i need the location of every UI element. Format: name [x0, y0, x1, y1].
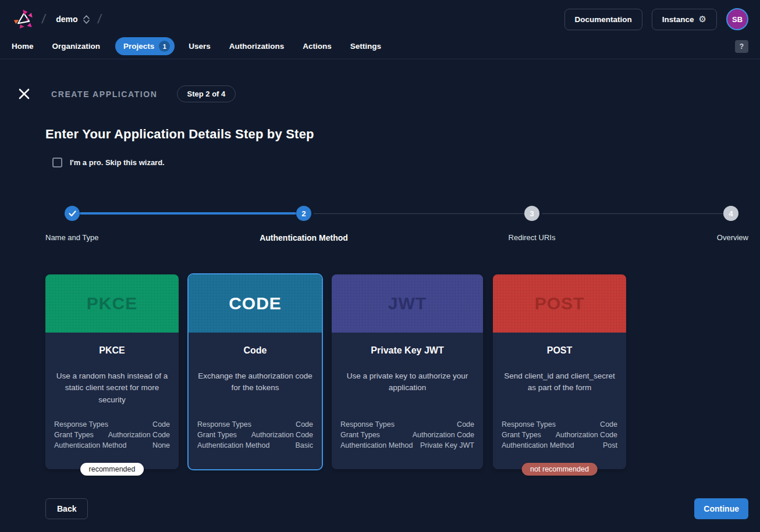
documentation-label: Documentation: [575, 15, 632, 24]
instance-button[interactable]: Instance ⚙: [652, 9, 717, 30]
card-title: Code: [189, 345, 322, 356]
close-icon[interactable]: [16, 87, 31, 102]
nav-item-organization[interactable]: Organization: [52, 42, 101, 51]
card-description: Exchange the authorization code for the …: [197, 370, 314, 394]
auth-method-card-code[interactable]: CODE Code Exchange the authorization cod…: [189, 274, 322, 469]
step-2-label[interactable]: Authentication Method: [260, 233, 348, 242]
wizard-title: CREATE APPLICATION: [51, 90, 158, 99]
card-description: Use a private key to authorize your appl…: [340, 370, 475, 394]
documentation-button[interactable]: Documentation: [564, 9, 642, 30]
projects-count-badge: 1: [159, 41, 170, 52]
main-nav: Home Organization Projects 1 Users Autho…: [0, 38, 760, 59]
auth-method-card-post[interactable]: POST POST Send client_id and client_secr…: [493, 274, 626, 469]
skip-wizard-label: I'm a pro. Skip this wizard.: [70, 158, 165, 167]
card-title: Private Key JWT: [332, 345, 483, 356]
card-title: POST: [493, 345, 626, 356]
card-attributes: Response TypesCode Grant TypesAuthorizat…: [502, 419, 617, 451]
step-3-label[interactable]: Redirect URIs: [509, 233, 556, 242]
card-attributes: Response TypesCode Grant TypesAuthorizat…: [197, 419, 313, 451]
breadcrumb-divider: /: [41, 12, 47, 27]
zitadel-logo-icon[interactable]: [13, 8, 36, 31]
nav-item-authorizations[interactable]: Authorizations: [229, 42, 285, 51]
card-attributes: Response TypesCode Grant TypesAuthorizat…: [54, 419, 170, 451]
card-title: PKCE: [45, 345, 179, 356]
nav-item-users[interactable]: Users: [189, 42, 211, 51]
step-counter-badge: Step 2 of 4: [177, 85, 236, 102]
step-1-indicator-checkmark-icon[interactable]: [65, 206, 80, 221]
auth-method-card-jwt[interactable]: JWT Private Key JWT Use a private key to…: [332, 274, 483, 469]
card-banner: JWT: [332, 274, 483, 333]
wizard-footer: Back Continue: [45, 498, 748, 519]
breadcrumb-divider: /: [97, 12, 103, 27]
avatar-initials: SB: [732, 15, 743, 24]
gear-icon: ⚙: [699, 15, 706, 24]
stepper-connector: [542, 213, 723, 214]
continue-button[interactable]: Continue: [694, 498, 748, 519]
card-banner: PKCE: [45, 274, 179, 333]
card-description: Send client_id and client_secret as part…: [501, 370, 618, 394]
recommended-badge: recommended: [80, 463, 144, 476]
nav-item-settings[interactable]: Settings: [350, 42, 381, 51]
auth-method-card-pkce[interactable]: PKCE PKCE Use a random hash instead of a…: [45, 274, 179, 469]
card-banner: CODE: [189, 274, 322, 333]
step-4-indicator[interactable]: 4: [723, 206, 738, 221]
back-button[interactable]: Back: [45, 498, 88, 519]
nav-item-projects-label: Projects: [123, 42, 154, 51]
nav-item-home[interactable]: Home: [12, 42, 34, 51]
org-switcher-icon[interactable]: [81, 13, 92, 26]
step-3-indicator[interactable]: 3: [524, 206, 539, 221]
card-description: Use a random hash instead of a static cl…: [54, 370, 171, 406]
skip-wizard-checkbox[interactable]: [52, 158, 62, 167]
help-button[interactable]: ?: [735, 40, 748, 53]
stepper-connector-done: [80, 212, 296, 215]
nav-item-projects[interactable]: Projects 1: [115, 37, 175, 55]
page-title: Enter Your Application Details Step by S…: [45, 127, 760, 142]
step-1-label[interactable]: Name and Type: [45, 233, 99, 242]
nav-item-actions[interactable]: Actions: [303, 42, 332, 51]
org-name[interactable]: demo: [56, 15, 77, 24]
step-4-label[interactable]: Overview: [717, 233, 748, 242]
auth-method-cards: PKCE PKCE Use a random hash instead of a…: [45, 274, 760, 469]
card-banner: POST: [493, 274, 626, 333]
create-application-wizard: CREATE APPLICATION Step 2 of 4 Enter You…: [0, 85, 760, 519]
top-bar: / demo / Documentation Instance ⚙ SB: [0, 0, 760, 38]
not-recommended-badge: not recommended: [521, 463, 598, 476]
instance-label: Instance: [662, 15, 694, 24]
avatar[interactable]: SB: [726, 8, 748, 30]
card-attributes: Response TypesCode Grant TypesAuthorizat…: [340, 419, 474, 451]
stepper-connector: [314, 213, 524, 214]
skip-wizard-checkbox-row[interactable]: I'm a pro. Skip this wizard.: [52, 158, 760, 167]
wizard-header: CREATE APPLICATION Step 2 of 4: [12, 85, 748, 102]
wizard-stepper: 2 3 4 Name and Type Authentication Metho…: [45, 206, 748, 250]
step-2-indicator[interactable]: 2: [296, 206, 311, 221]
